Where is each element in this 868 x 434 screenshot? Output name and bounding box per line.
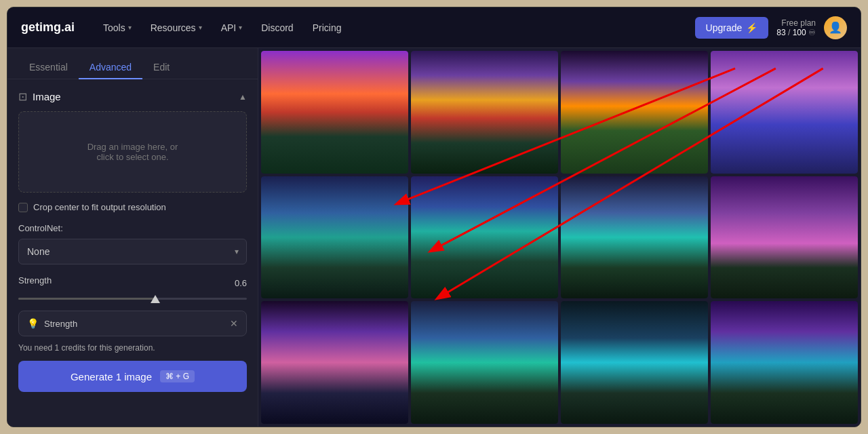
grid-image-4[interactable] — [711, 51, 858, 174]
generate-label: Generate 1 image — [71, 371, 152, 382]
tab-advanced[interactable]: Advanced — [79, 56, 142, 79]
tab-essential[interactable]: Essential — [18, 56, 79, 79]
tooltip-close-icon[interactable]: ✕ — [230, 318, 238, 329]
grid-image-11[interactable] — [561, 301, 708, 424]
grid-image-8[interactable] — [711, 176, 858, 299]
resources-chevron-icon: ▾ — [199, 24, 202, 31]
controlnet-select-wrapper: None ▾ — [18, 239, 247, 264]
generate-button[interactable]: Generate 1 image ⌘ + G — [18, 361, 247, 392]
credits-display: 83 / 100 ♾ — [776, 28, 816, 37]
grid-image-9[interactable] — [261, 301, 408, 424]
controlnet-field: ControlNet: None ▾ — [18, 223, 247, 264]
section-title: ⊡ Image — [18, 90, 61, 103]
grid-image-3[interactable] — [561, 51, 708, 174]
upgrade-button[interactable]: Upgrade ⚡ — [695, 17, 769, 39]
api-chevron-icon: ▾ — [239, 24, 242, 31]
strength-label: Strength — [18, 275, 52, 285]
logo: getimg.ai — [21, 20, 75, 35]
section-collapse-icon[interactable]: ▲ — [239, 92, 247, 102]
credits-text: You need 1 credits for this generation. — [18, 343, 247, 353]
image-section: ⊡ Image ▲ Drag an image here, or click t… — [7, 79, 258, 403]
section-header: ⊡ Image ▲ — [18, 90, 247, 103]
nav-bar: Tools ▾ Resources ▾ API ▾ Discord Pricin… — [95, 18, 695, 37]
strength-header: Strength 0.6 — [18, 275, 247, 291]
app-window: getimg.ai Tools ▾ Resources ▾ API ▾ Disc… — [7, 7, 861, 427]
upgrade-icon: ⚡ — [746, 22, 757, 33]
tab-edit[interactable]: Edit — [142, 56, 180, 79]
strength-value: 0.6 — [235, 278, 247, 288]
strength-slider-track[interactable] — [18, 298, 247, 300]
strength-field: Strength 0.6 — [18, 275, 247, 300]
tooltip-inner: 💡 Strength — [27, 318, 77, 329]
grid-image-7[interactable] — [561, 176, 708, 299]
grid-image-10[interactable] — [411, 301, 558, 424]
plan-info: Free plan 83 / 100 ♾ — [776, 18, 816, 37]
image-icon: ⊡ — [18, 90, 27, 103]
crop-checkbox-row: Crop center to fit output resolution — [18, 202, 247, 212]
main-content: Essential Advanced Edit ⊡ Image ▲ Drag a… — [7, 48, 861, 427]
grid-image-12[interactable] — [711, 301, 858, 424]
strength-slider-fill — [18, 298, 155, 300]
crop-label: Crop center to fit output resolution — [33, 202, 166, 212]
grid-image-6[interactable] — [411, 176, 558, 299]
avatar[interactable]: 👤 — [824, 16, 847, 39]
header-right: Upgrade ⚡ Free plan 83 / 100 ♾ 👤 — [695, 16, 847, 39]
tab-bar: Essential Advanced Edit — [7, 48, 258, 79]
nav-pricing[interactable]: Pricing — [304, 18, 350, 37]
grid-image-1[interactable] — [261, 51, 408, 174]
tooltip-bulb-icon: 💡 — [27, 318, 39, 329]
tools-chevron-icon: ▾ — [128, 24, 132, 31]
crop-checkbox[interactable] — [18, 203, 28, 212]
tooltip-text: Strength — [44, 319, 77, 329]
controlnet-select[interactable]: None — [18, 239, 247, 264]
grid-image-2[interactable] — [411, 51, 558, 174]
nav-discord[interactable]: Discord — [253, 18, 301, 37]
nav-resources[interactable]: Resources ▾ — [142, 18, 210, 37]
nav-api[interactable]: API ▾ — [213, 18, 251, 37]
image-upload-area[interactable]: Drag an image here, or click to select o… — [18, 111, 247, 193]
controlnet-label: ControlNet: — [18, 223, 247, 233]
header: getimg.ai Tools ▾ Resources ▾ API ▾ Disc… — [7, 7, 861, 48]
nav-tools[interactable]: Tools ▾ — [95, 18, 140, 37]
grid-image-5[interactable] — [261, 176, 408, 299]
strength-slider-thumb[interactable] — [151, 295, 160, 303]
shortcut-badge: ⌘ + G — [160, 370, 195, 382]
strength-tooltip: 💡 Strength ✕ — [18, 311, 247, 336]
sidebar: Essential Advanced Edit ⊡ Image ▲ Drag a… — [7, 48, 258, 427]
image-grid — [258, 48, 861, 427]
